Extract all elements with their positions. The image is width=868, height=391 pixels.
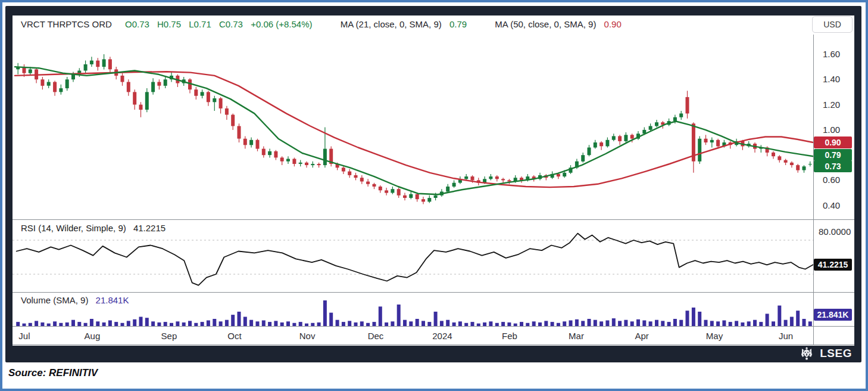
candle-body: [686, 97, 689, 114]
volume-bar: [710, 321, 714, 326]
volume-bar: [354, 322, 358, 326]
candle-body: [65, 79, 69, 88]
volume-bar: [342, 322, 345, 326]
lseg-crest-icon: [798, 346, 815, 361]
ma21-legend-value: 0.79: [449, 19, 467, 29]
month-tick-label: Mar: [569, 331, 584, 341]
volume-bar: [581, 321, 585, 326]
candle-body: [108, 59, 112, 69]
candlesticks: [16, 54, 812, 204]
candle-body: [151, 82, 155, 92]
screenshot-frame: VRCT THRPTCS ORD O0.73 H0.75 L0.71 C0.73…: [0, 0, 868, 391]
candle-body: [201, 92, 204, 95]
volume-bar: [96, 321, 99, 326]
candle-body: [243, 139, 247, 145]
close-value: C0.73: [219, 19, 243, 29]
candle-body: [557, 174, 560, 176]
volume-bar: [704, 320, 708, 326]
volume-bar: [164, 322, 167, 326]
volume-pane-label: Volume (SMA, 9) 21.841K: [21, 295, 133, 305]
month-tick-label: Sep: [161, 331, 177, 341]
candle-body: [403, 196, 407, 198]
volume-bar: [71, 320, 75, 326]
candle-body: [796, 165, 800, 170]
low-value: L0.71: [189, 19, 211, 29]
volume-bar: [256, 321, 260, 326]
candle-body: [90, 61, 93, 64]
chart-area: 1.601.401.201.000.600.4080.0000JulAugSep…: [13, 35, 854, 346]
currency-selector-button[interactable]: USD: [812, 16, 853, 33]
candle-body: [808, 164, 812, 165]
candle-body: [778, 156, 781, 160]
volume-bar: [348, 321, 351, 326]
month-tick-label: Apr: [635, 331, 648, 341]
candle-body: [360, 178, 364, 181]
volume-bar: [440, 321, 444, 326]
volume-current-value: 21.841K: [96, 295, 129, 305]
candle-body: [495, 176, 499, 179]
chart-plot[interactable]: 1.601.401.201.000.600.4080.0000JulAugSep…: [13, 35, 854, 346]
price-tick-label: 1.60: [823, 49, 840, 59]
volume-bar: [305, 324, 308, 326]
volume-bar: [514, 324, 517, 326]
volume-bar: [477, 324, 480, 326]
ma21-legend-label: MA (21, close, 0, SMA, 9): [341, 19, 442, 29]
volume-bar: [649, 321, 652, 326]
candle-body: [40, 79, 44, 86]
candle-body: [679, 113, 683, 117]
volume-bar: [292, 323, 296, 326]
volume-bar: [784, 320, 788, 326]
last-price-badge: 0.73: [814, 160, 852, 172]
volume-bar: [667, 322, 671, 326]
volume-bar: [588, 319, 591, 326]
volume-bar: [108, 321, 112, 327]
candle-body: [29, 69, 32, 73]
volume-bar: [53, 321, 57, 326]
volume-bar: [336, 320, 339, 326]
volume-bars: [16, 300, 812, 326]
volume-bar: [65, 322, 69, 326]
candle-body: [421, 199, 425, 201]
rsi-label: RSI (14, Wilder, Simple, 9): [21, 223, 126, 233]
candle-body: [630, 135, 634, 138]
volume-bar: [90, 319, 93, 326]
volume-bar: [520, 322, 523, 326]
month-tick-label: Jun: [779, 331, 793, 341]
candle-body: [262, 149, 266, 156]
candle-body: [292, 159, 296, 165]
candle-body: [348, 172, 351, 175]
candle-body: [790, 163, 794, 165]
volume-value-badge: 21.841K: [814, 309, 852, 321]
candle-body: [164, 79, 167, 86]
volume-bar: [600, 321, 603, 326]
candle-body: [427, 198, 431, 201]
volume-bar: [636, 319, 640, 326]
candle-body: [704, 139, 708, 142]
volume-bar: [299, 322, 302, 326]
ma50-price-badge: 0.90: [814, 136, 852, 148]
volume-bar: [84, 323, 88, 326]
volume-bar: [698, 312, 701, 326]
candle-body: [157, 82, 161, 86]
candle-body: [238, 126, 241, 139]
ma50-legend-value: 0.90: [604, 19, 622, 29]
volume-bar: [624, 320, 627, 326]
candle-body: [317, 164, 321, 165]
volume-bar: [29, 323, 32, 326]
candle-body: [53, 82, 57, 92]
volume-bar: [238, 312, 241, 326]
volume-bar: [207, 321, 210, 327]
candle-body: [673, 117, 677, 121]
volume-bar: [77, 322, 81, 326]
volume-bar: [188, 321, 192, 326]
candle-body: [605, 140, 609, 147]
candle-body: [563, 173, 566, 176]
volume-bar: [544, 321, 548, 326]
candle-body: [655, 122, 658, 126]
candle-body: [145, 92, 149, 110]
volume-bar: [249, 320, 253, 326]
candle-body: [397, 189, 401, 196]
candle-body: [102, 59, 106, 67]
volume-bar: [790, 317, 794, 327]
volume-bar: [642, 321, 646, 327]
